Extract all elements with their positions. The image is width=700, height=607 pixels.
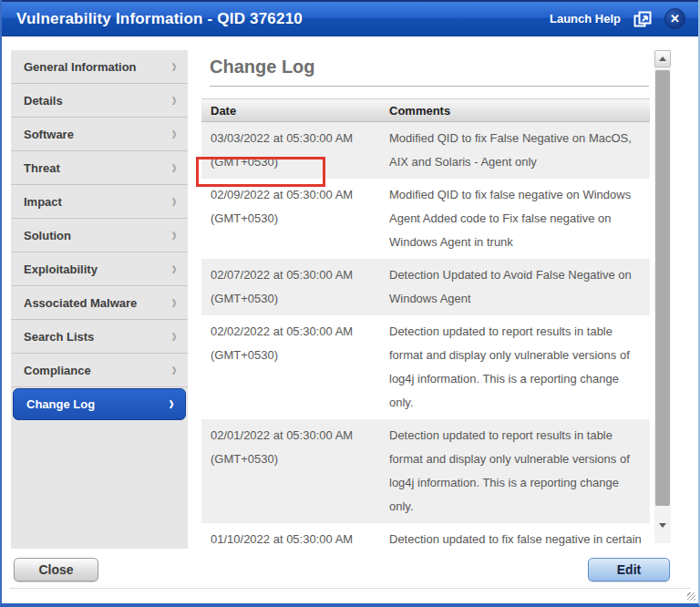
sidebar-item-label: Compliance xyxy=(24,364,91,377)
page-title: Change Log xyxy=(210,57,649,87)
sidebar-item-change-log[interactable]: Change Log› xyxy=(13,388,186,420)
sidebar-item-search-lists[interactable]: Search Lists› xyxy=(11,320,188,354)
sidebar-item-label: Software xyxy=(24,128,74,141)
sidebar-item-label: General Information xyxy=(24,60,137,74)
dialog-title: Vulnerability Information - QID 376210 xyxy=(2,10,303,28)
titlebar-actions: Launch Help ✕ xyxy=(550,8,698,29)
table-row: 03/03/2022 at 05:30:00 AM(GMT+0530)Modif… xyxy=(201,122,650,179)
changelog-table-body: 03/03/2022 at 05:30:00 AM(GMT+0530)Modif… xyxy=(201,122,650,607)
sidebar-item-threat[interactable]: Threat› xyxy=(11,151,188,185)
chevron-right-icon: › xyxy=(171,293,177,312)
date-cell: 02/07/2022 at 05:30:00 AM(GMT+0530) xyxy=(201,259,380,315)
dialog-body: General Information›Details›Software›Thr… xyxy=(2,37,698,549)
comment-cell: Modified QID to fix false negative on Wi… xyxy=(380,179,650,259)
sidebar-item-label: Solution xyxy=(24,229,71,242)
sidebar-item-label: Impact xyxy=(24,195,62,209)
launch-help-link[interactable]: Launch Help xyxy=(550,12,621,26)
table-row: 02/01/2022 at 05:30:00 AM(GMT+0530)Detec… xyxy=(201,419,650,523)
changelog-table: Date Comments 03/03/2022 at 05:30:00 AM(… xyxy=(201,98,650,607)
table-row: 02/09/2022 at 05:30:00 AM(GMT+0530)Modif… xyxy=(201,179,650,259)
table-header-row: Date Comments xyxy=(201,98,650,122)
sidebar-item-solution[interactable]: Solution› xyxy=(11,219,188,252)
popout-window-icon[interactable] xyxy=(633,11,652,27)
resize-grip[interactable] xyxy=(687,592,695,601)
date-cell: 03/03/2022 at 05:30:00 AM(GMT+0530) xyxy=(201,122,380,179)
chevron-right-icon: › xyxy=(171,90,177,109)
sidebar-item-details[interactable]: Details› xyxy=(11,84,188,118)
chevron-right-icon: › xyxy=(171,124,177,143)
date-timezone: (GMT+0530) xyxy=(211,344,380,367)
scrollbar-thumb[interactable] xyxy=(655,70,670,506)
date-timezone: (GMT+0530) xyxy=(211,448,380,471)
table-row: 02/02/2022 at 05:30:00 AM(GMT+0530)Detec… xyxy=(201,315,650,419)
sidebar-item-compliance[interactable]: Compliance› xyxy=(11,354,188,387)
close-icon[interactable]: ✕ xyxy=(664,8,685,29)
dialog-titlebar: Vulnerability Information - QID 376210 L… xyxy=(2,0,698,36)
scroll-up-arrow-icon[interactable] xyxy=(654,50,671,67)
chevron-right-icon: › xyxy=(169,395,174,414)
table-row: 02/07/2022 at 05:30:00 AM(GMT+0530)Detec… xyxy=(201,259,650,315)
sidebar-item-label: Search Lists xyxy=(24,330,94,344)
date-value: 03/03/2022 at 05:30:00 AM xyxy=(211,127,380,150)
sidebar-item-label: Threat xyxy=(24,161,60,175)
comment-cell: Modified QID to fix False Negative on Ma… xyxy=(380,122,650,179)
footer-divider xyxy=(9,588,691,589)
comment-cell: Detection Updated to Avoid False Negativ… xyxy=(380,259,650,315)
date-cell: 02/02/2022 at 05:30:00 AM(GMT+0530) xyxy=(201,315,380,419)
column-header-date[interactable]: Date xyxy=(201,104,380,118)
date-cell: 02/01/2022 at 05:30:00 AM(GMT+0530) xyxy=(201,419,380,523)
date-value: 02/07/2022 at 05:30:00 AM xyxy=(211,263,380,287)
vulnerability-information-dialog: Vulnerability Information - QID 376210 L… xyxy=(0,0,700,607)
close-button[interactable]: Close xyxy=(14,558,98,581)
chevron-right-icon: › xyxy=(171,158,177,177)
sidebar-item-associated-malware[interactable]: Associated Malware› xyxy=(11,286,188,320)
chevron-right-icon: › xyxy=(171,259,177,278)
column-header-comments[interactable]: Comments xyxy=(380,104,650,118)
chevron-right-icon: › xyxy=(171,191,177,211)
date-cell: 02/09/2022 at 05:30:00 AM(GMT+0530) xyxy=(201,179,380,259)
changelog-panel: Change Log Date Comments 03/03/2022 at 0… xyxy=(193,37,676,549)
sidebar-item-label: Details xyxy=(24,94,63,108)
scroll-down-arrow-icon[interactable] xyxy=(654,517,671,534)
date-timezone: (GMT+0530) xyxy=(211,150,380,174)
date-timezone: (GMT+0530) xyxy=(211,207,380,231)
sidebar-item-software[interactable]: Software› xyxy=(11,118,188,151)
vertical-scrollbar[interactable] xyxy=(654,50,671,543)
sidebar-item-label: Associated Malware xyxy=(24,296,137,310)
sidebar-nav: General Information›Details›Software›Thr… xyxy=(11,50,188,550)
date-value: 02/09/2022 at 05:30:00 AM xyxy=(211,183,380,207)
comment-cell: Detection updated to report results in t… xyxy=(380,315,650,419)
date-timezone: (GMT+0530) xyxy=(211,287,380,311)
date-value: 02/02/2022 at 05:30:00 AM xyxy=(211,320,380,344)
sidebar-item-general-information[interactable]: General Information› xyxy=(11,50,188,84)
sidebar-item-impact[interactable]: Impact› xyxy=(11,185,188,219)
chevron-right-icon: › xyxy=(171,57,177,76)
chevron-right-icon: › xyxy=(171,326,177,345)
date-value: 02/01/2022 at 05:30:00 AM xyxy=(211,424,380,448)
sidebar-item-label: Exploitability xyxy=(24,262,98,276)
sidebar-item-exploitability[interactable]: Exploitability› xyxy=(11,252,188,286)
sidebar-item-label: Change Log xyxy=(26,397,95,411)
comment-cell: Detection updated to report results in t… xyxy=(380,419,650,523)
chevron-right-icon: › xyxy=(171,360,177,379)
chevron-right-icon: › xyxy=(171,225,177,244)
dialog-footer: Close Edit xyxy=(2,549,698,603)
edit-button[interactable]: Edit xyxy=(588,558,670,581)
